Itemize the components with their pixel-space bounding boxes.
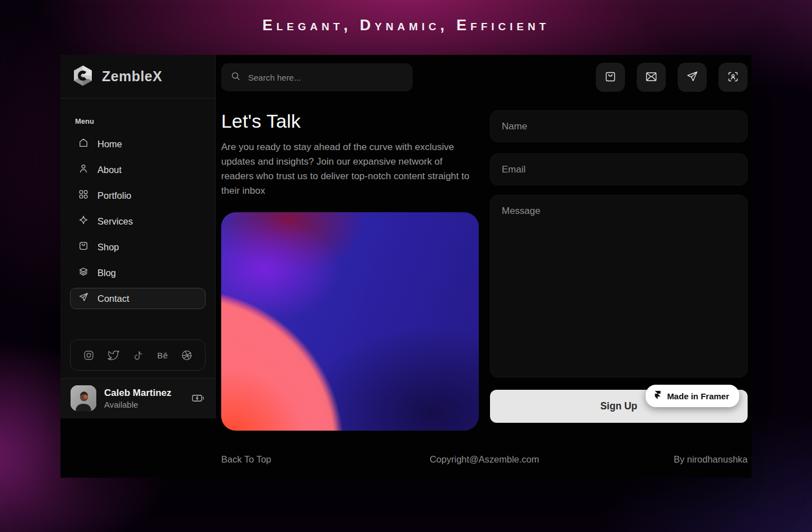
sidebar-item-shop[interactable]: Shop <box>70 236 206 258</box>
sidebar: ZembleX Menu Home About <box>60 55 216 478</box>
contact-form: Sign Up <box>490 110 748 431</box>
battery-charging-icon <box>192 393 205 403</box>
user-status: Available <box>104 400 171 409</box>
send-icon <box>685 70 699 85</box>
user-name: Caleb Martinez <box>104 388 171 399</box>
grid-icon <box>78 189 89 202</box>
copyright-text: Copyright@Aszemble.com <box>396 454 572 465</box>
name-field[interactable] <box>490 110 748 142</box>
brand-name: ZembleX <box>102 68 162 85</box>
sidebar-item-label: Home <box>97 139 122 150</box>
framer-icon <box>654 391 662 401</box>
bag-icon <box>604 70 617 85</box>
user-icon <box>78 163 89 176</box>
sidebar-nav: Menu Home About P <box>60 117 215 309</box>
page-title: Let's Talk <box>221 110 479 132</box>
tiktok-icon[interactable] <box>132 349 144 361</box>
sidebar-panel: ZembleX Menu Home About <box>60 55 216 418</box>
back-to-top-link[interactable]: Back To Top <box>221 454 396 465</box>
sidebar-item-label: Blog <box>97 268 116 278</box>
intro-column: Let's Talk Are you ready to stay ahead o… <box>221 110 479 431</box>
mail-button[interactable] <box>637 63 666 92</box>
sidebar-item-portfolio[interactable]: Portfolio <box>70 185 206 206</box>
sidebar-item-label: About <box>97 165 122 175</box>
sidebar-item-services[interactable]: Services <box>70 211 206 232</box>
user-profile[interactable]: Caleb Martinez Available <box>60 378 215 418</box>
main-area: Let's Talk Are you ready to stay ahead o… <box>216 55 752 478</box>
bag-button[interactable] <box>596 63 625 92</box>
gradient-artwork <box>221 212 479 431</box>
behance-icon[interactable]: Bē <box>157 351 168 360</box>
sidebar-item-label: Contact <box>97 293 129 304</box>
sidebar-item-home[interactable]: Home <box>70 133 206 155</box>
sidebar-item-label: Portfolio <box>97 190 132 201</box>
brand-row: ZembleX <box>60 55 215 99</box>
twitter-icon[interactable] <box>108 349 119 361</box>
page-tagline: Elegant, Dynamic, Efficient <box>0 17 812 34</box>
sidebar-item-blog[interactable]: Blog <box>70 262 206 283</box>
scan-user-button[interactable] <box>718 63 748 92</box>
page-description: Are you ready to stay ahead of the curve… <box>221 140 477 198</box>
brand-logo-icon <box>72 64 94 89</box>
sidebar-item-about[interactable]: About <box>70 159 206 180</box>
search-icon <box>230 71 241 84</box>
home-icon <box>78 137 89 151</box>
scan-user-icon <box>726 70 740 85</box>
sidebar-item-label: Services <box>97 216 133 227</box>
content: Let's Talk Are you ready to stay ahead o… <box>221 110 748 431</box>
dribbble-icon[interactable] <box>181 349 193 361</box>
app-window: ZembleX Menu Home About <box>60 55 752 478</box>
avatar <box>71 385 96 411</box>
instagram-icon[interactable] <box>83 349 95 361</box>
credit-text: By nirodhanushka <box>572 454 748 465</box>
menu-label: Menu <box>75 117 206 125</box>
search-input[interactable] <box>248 73 404 82</box>
sidebar-item-contact[interactable]: Contact <box>70 288 206 309</box>
social-links: Bē <box>70 339 206 371</box>
framer-badge-label: Made in Framer <box>667 391 729 401</box>
email-field[interactable] <box>490 153 748 185</box>
message-field[interactable] <box>490 195 748 377</box>
sidebar-item-label: Shop <box>97 242 119 253</box>
shopping-bag-icon <box>78 240 89 254</box>
footer: Back To Top Copyright@Aszemble.com By ni… <box>221 454 748 465</box>
topbar-actions <box>596 63 748 92</box>
mail-icon <box>645 70 658 85</box>
topbar <box>221 63 748 92</box>
sparkle-icon <box>78 214 89 228</box>
made-in-framer-badge[interactable]: Made in Framer <box>646 385 739 407</box>
search-bar[interactable] <box>221 63 413 91</box>
send-button[interactable] <box>678 63 707 92</box>
send-icon <box>78 292 89 305</box>
layers-icon <box>78 266 89 279</box>
user-meta: Caleb Martinez Available <box>104 388 171 409</box>
